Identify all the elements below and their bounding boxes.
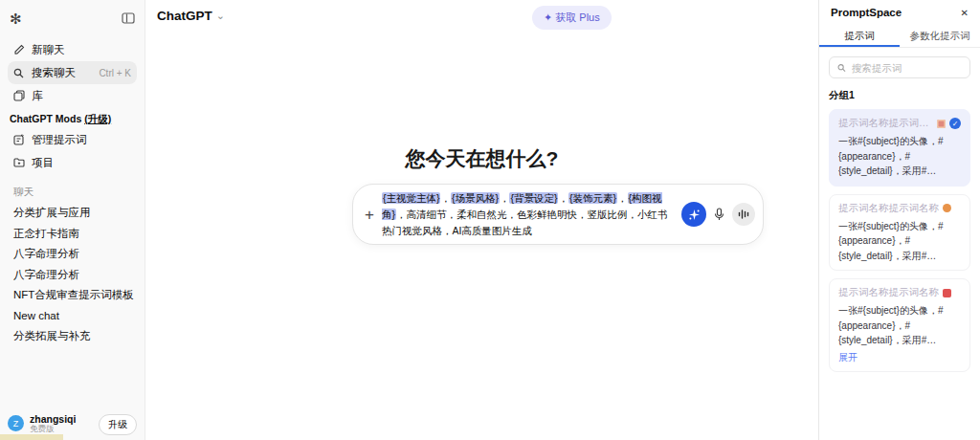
folder-icon bbox=[13, 157, 26, 168]
sparkle-stars-icon bbox=[688, 209, 701, 221]
prompt-card-title: 提示词名称提示词名称提示词名称 bbox=[838, 117, 933, 130]
message-composer[interactable]: + {主视觉主体}，{场景风格}，{背景设定}，{装饰元素}，{构图视角}，高清… bbox=[352, 184, 764, 245]
expand-link[interactable]: 展开 bbox=[838, 351, 961, 364]
library-label: 库 bbox=[32, 89, 43, 103]
prompt-card-title: 提示词名称提示词名称 bbox=[838, 286, 939, 299]
prompt-token: {主视觉主体} bbox=[382, 192, 441, 204]
chats-section-header: 聊天 bbox=[8, 174, 137, 203]
app-window: ✻ 新聊天 搜索聊天 Ctrl + K bbox=[0, 0, 980, 440]
prompt-search-input[interactable] bbox=[852, 62, 962, 74]
panel-title: PromptSpace bbox=[831, 7, 902, 18]
new-chat-icon bbox=[13, 44, 26, 55]
prompt-token: {装饰元素} bbox=[568, 192, 617, 204]
prompt-card[interactable]: 提示词名称提示词名称提示词名称 ✓ 一张#{subject}的头像，#{appe… bbox=[829, 109, 970, 187]
ai-sparkle-button[interactable] bbox=[681, 202, 706, 227]
new-chat-label: 新聊天 bbox=[32, 43, 65, 57]
prompt-card-body: 一张#{subject}的头像，#{appearance}，#{style_de… bbox=[838, 303, 961, 348]
sidebar-toggle-icon[interactable] bbox=[122, 11, 135, 25]
get-plus-button[interactable]: ✦ 获取 Plus bbox=[532, 6, 612, 30]
search-icon bbox=[837, 63, 846, 73]
microphone-button[interactable] bbox=[713, 208, 725, 222]
token-separator: ， bbox=[440, 192, 451, 204]
prompt-token: {场景风格} bbox=[451, 192, 500, 204]
token-separator: ， bbox=[396, 209, 407, 220]
chat-list-item[interactable]: 分类扩展与应用 bbox=[8, 203, 137, 224]
sidebar-item-projects[interactable]: 项目 bbox=[8, 151, 137, 174]
search-chat-label: 搜索聊天 bbox=[32, 66, 76, 80]
promptspace-panel: PromptSpace ✕ 提示词 参数化提示词 分组1 提示词名称提示词名称提… bbox=[818, 0, 980, 440]
manage-prompts-label: 管理提示词 bbox=[32, 133, 87, 147]
chatgpt-logo-icon: ✻ bbox=[10, 11, 22, 26]
composer-plain-text: 高清细节，柔和自然光，色彩鲜艳明快，竖版比例，小红书热门视觉风格，AI高质量图片… bbox=[382, 209, 668, 236]
clipped-tooltip bbox=[0, 434, 63, 440]
user-plan: 免费版 bbox=[30, 425, 93, 434]
orange-dot-icon bbox=[943, 204, 951, 212]
model-selector[interactable]: ChatGPT bbox=[157, 9, 212, 23]
chat-list-item[interactable]: 八字命理分析 bbox=[8, 244, 137, 265]
microphone-icon bbox=[713, 208, 725, 222]
manage-prompts-icon bbox=[13, 134, 26, 145]
sidebar-item-new-chat[interactable]: 新聊天 bbox=[8, 38, 137, 61]
waveform-icon bbox=[738, 209, 749, 220]
token-separator: ， bbox=[558, 192, 568, 204]
sidebar-mods-header[interactable]: ChatGPT Mods (升级) bbox=[8, 107, 137, 128]
prompt-card-title: 提示词名称提示词名称 bbox=[838, 202, 939, 215]
selected-check-icon[interactable]: ✓ bbox=[949, 118, 961, 129]
chat-list-item[interactable]: 分类拓展与补充 bbox=[8, 326, 137, 347]
get-plus-label: 获取 Plus bbox=[555, 11, 599, 23]
framed-picture-icon bbox=[937, 120, 946, 128]
attach-plus-icon[interactable]: + bbox=[365, 207, 374, 223]
chat-list-item[interactable]: NFT合规审查提示词模板 bbox=[8, 285, 137, 306]
mods-title: ChatGPT Mods bbox=[10, 113, 81, 124]
group-label: 分组1 bbox=[829, 89, 970, 102]
voice-mode-button[interactable] bbox=[732, 203, 755, 226]
sidebar: ✻ 新聊天 搜索聊天 Ctrl + K bbox=[0, 0, 145, 440]
prompt-token: {背景设定} bbox=[509, 192, 558, 204]
greeting-heading: 您今天在想什么? bbox=[145, 145, 818, 172]
prompt-search-box[interactable] bbox=[829, 56, 970, 78]
search-shortcut: Ctrl + K bbox=[99, 68, 131, 78]
chat-list-item[interactable]: New chat bbox=[8, 306, 137, 327]
red-tower-icon bbox=[943, 289, 951, 297]
mods-upgrade-link[interactable]: (升级) bbox=[84, 113, 111, 124]
upgrade-button[interactable]: 升级 bbox=[99, 414, 137, 435]
sidebar-item-library[interactable]: 库 bbox=[8, 84, 137, 107]
token-separator: ， bbox=[500, 192, 510, 204]
tab-param-prompts[interactable]: 参数化提示词 bbox=[900, 25, 980, 47]
chat-list-item[interactable]: 正念打卡指南 bbox=[8, 224, 137, 245]
prompt-card-body: 一张#{subject}的头像，#{appearance}，#{style_de… bbox=[838, 134, 961, 179]
avatar[interactable]: Z bbox=[8, 415, 24, 431]
sidebar-item-manage-prompts[interactable]: 管理提示词 bbox=[8, 128, 137, 151]
sidebar-item-search-chat[interactable]: 搜索聊天 Ctrl + K bbox=[8, 61, 137, 84]
composer-text[interactable]: {主视觉主体}，{场景风格}，{背景设定}，{装饰元素}，{构图视角}，高清细节… bbox=[382, 190, 674, 238]
sparkle-icon: ✦ bbox=[544, 11, 552, 23]
token-separator: ， bbox=[617, 192, 628, 204]
search-icon bbox=[13, 68, 26, 78]
prompt-card[interactable]: 提示词名称提示词名称 一张#{subject}的头像，#{appearance}… bbox=[829, 194, 970, 272]
close-icon[interactable]: ✕ bbox=[961, 8, 969, 18]
chevron-down-icon: ⌄ bbox=[216, 10, 225, 22]
chat-list-item[interactable]: 八字命理分析 bbox=[8, 265, 137, 286]
library-icon bbox=[13, 90, 26, 101]
prompt-card-body: 一张#{subject}的头像，#{appearance}，#{style_de… bbox=[838, 219, 961, 264]
main-content: ChatGPT ⌄ ✦ 获取 Plus 您今天在想什么? + {主视觉主体}，{… bbox=[145, 0, 818, 440]
tab-prompts[interactable]: 提示词 bbox=[819, 25, 900, 47]
projects-label: 项目 bbox=[32, 156, 54, 170]
prompt-card[interactable]: 提示词名称提示词名称 一张#{subject}的头像，#{appearance}… bbox=[829, 278, 970, 372]
